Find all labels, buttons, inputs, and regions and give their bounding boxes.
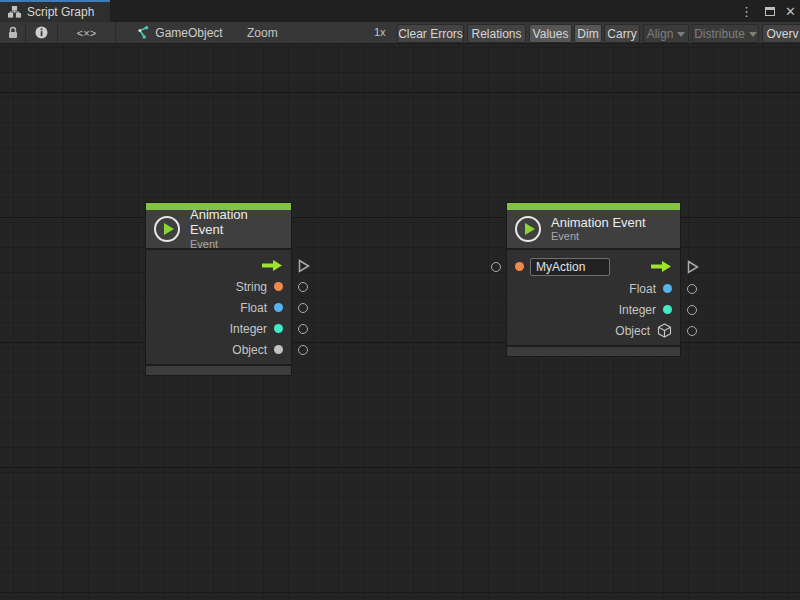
value-output-port[interactable]	[687, 284, 697, 294]
code-icon: <×>	[77, 27, 96, 39]
window-menu-icon[interactable]: ⋮	[738, 5, 755, 18]
flow-output-port[interactable]	[687, 260, 699, 274]
relations-label: Relations	[471, 27, 521, 41]
float-type-icon	[274, 303, 283, 312]
clear-errors-label: Clear Errors	[398, 27, 463, 41]
string-type-icon	[515, 262, 524, 271]
dim-label: Dim	[577, 27, 598, 41]
relations-button[interactable]: Relations	[467, 24, 526, 43]
integer-type-icon	[663, 305, 672, 314]
chevron-down-icon	[677, 32, 685, 37]
tab-script-graph[interactable]: Script Graph	[0, 0, 110, 22]
node-footer	[146, 364, 291, 375]
value-output-row: Float	[146, 297, 291, 318]
flow-arrow-icon	[261, 259, 283, 272]
chevron-down-icon	[749, 32, 757, 37]
value-output-port[interactable]	[298, 282, 308, 292]
value-output-row: Integer	[146, 318, 291, 339]
values-label: Values	[533, 27, 569, 41]
graph-icon	[8, 6, 21, 18]
animation-event-node-1[interactable]: Animation Event Event String Float	[146, 203, 291, 375]
flow-output-row	[146, 255, 291, 276]
align-dropdown-button[interactable]: Align	[643, 24, 689, 43]
titlebar: Script Graph ⋮ ✕	[0, 0, 800, 22]
event-play-icon	[515, 216, 541, 242]
tab-title: Script Graph	[27, 5, 94, 19]
zoom-value: 1x	[374, 26, 386, 38]
integer-type-icon	[274, 324, 283, 333]
carry-button[interactable]: Carry	[604, 24, 640, 43]
value-output-row: Object	[507, 320, 680, 341]
carry-label: Carry	[607, 27, 636, 41]
distribute-dropdown-button[interactable]: Distribute	[692, 24, 759, 43]
port-label-integer: Integer	[619, 303, 656, 317]
port-label-float: Float	[240, 301, 267, 315]
info-icon	[35, 26, 48, 39]
window-controls: ⋮ ✕	[738, 0, 796, 22]
align-label: Align	[647, 27, 674, 41]
maximize-icon[interactable]	[765, 7, 775, 16]
node-body: Float Integer Object	[507, 250, 680, 345]
graph-toolbar: <×> GameObject Zoom 1x Clear Errors Rela…	[0, 22, 800, 44]
value-output-port[interactable]	[687, 305, 697, 315]
graph-canvas[interactable]: Animation Event Event String Float	[0, 44, 800, 600]
value-output-port[interactable]	[687, 326, 697, 336]
port-label-string: String	[236, 280, 267, 294]
node-accent-bar	[507, 203, 680, 210]
close-icon[interactable]: ✕	[785, 5, 796, 18]
distribute-label: Distribute	[694, 27, 745, 41]
lock-button[interactable]	[0, 22, 26, 43]
zoom-label: Zoom	[247, 26, 278, 40]
value-output-row: String	[146, 276, 291, 297]
value-output-port[interactable]	[298, 324, 308, 334]
clear-errors-button[interactable]: Clear Errors	[397, 24, 464, 43]
info-button[interactable]	[26, 22, 58, 43]
values-toggle-button[interactable]: Values	[529, 24, 572, 43]
object-type-icon	[274, 345, 283, 354]
port-label-float: Float	[629, 282, 656, 296]
overview-button[interactable]: Overv	[762, 24, 800, 43]
value-output-port[interactable]	[298, 345, 308, 355]
value-input-port[interactable]	[491, 262, 501, 272]
flow-output-port[interactable]	[298, 259, 310, 273]
value-output-port[interactable]	[298, 303, 308, 313]
node-footer	[507, 345, 680, 356]
gameobject-graph-icon	[135, 26, 149, 39]
event-name-input[interactable]	[530, 258, 610, 276]
overview-label: Overv	[766, 27, 798, 41]
float-type-icon	[663, 284, 672, 293]
node-body: String Float Integer Object	[146, 250, 291, 364]
target-label: GameObject	[155, 26, 222, 40]
value-output-row: Integer	[507, 299, 680, 320]
flow-arrow-icon	[650, 260, 672, 273]
animation-event-node-2[interactable]: Animation Event Event Float	[507, 203, 680, 356]
node-header[interactable]: Animation Event Event	[507, 210, 680, 250]
node-title: Animation Event	[190, 207, 281, 238]
value-output-row: Object	[146, 339, 291, 360]
node-header[interactable]: Animation Event Event	[146, 210, 291, 250]
target-indicator[interactable]: GameObject	[116, 22, 242, 43]
event-play-icon	[154, 216, 180, 242]
object-cube-icon	[657, 323, 672, 338]
port-label-object: Object	[615, 324, 650, 338]
lock-icon	[7, 26, 19, 39]
string-type-icon	[274, 282, 283, 291]
dim-toggle-button[interactable]: Dim	[574, 24, 602, 43]
name-input-row	[507, 255, 680, 278]
node-title: Animation Event	[551, 215, 646, 231]
code-view-button[interactable]: <×>	[58, 22, 116, 43]
node-subtitle: Event	[551, 230, 646, 243]
node-subtitle: Event	[190, 238, 281, 251]
value-output-row: Float	[507, 278, 680, 299]
port-label-object: Object	[232, 343, 267, 357]
port-label-integer: Integer	[230, 322, 267, 336]
